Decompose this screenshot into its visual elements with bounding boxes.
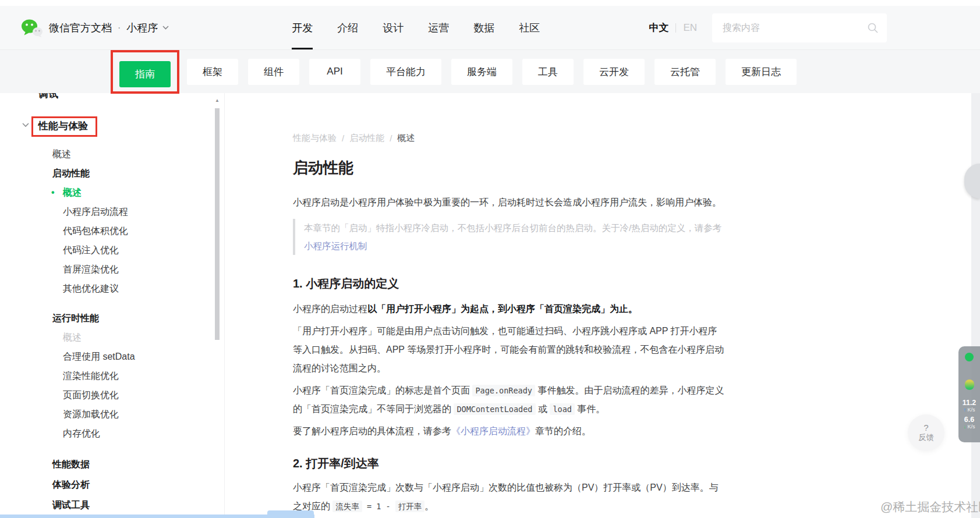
arrow-down-icon: ↓ (963, 424, 966, 430)
lang-zh-button[interactable]: 中文 (649, 21, 668, 34)
sidebar-item-performance-experience[interactable]: 性能与体验 (0, 114, 224, 139)
chevron-down-icon[interactable] (162, 26, 169, 30)
active-bullet: • (51, 183, 55, 202)
sidebar-item-performance-data[interactable]: 性能数据 (0, 455, 224, 474)
annotation-box-performance: 性能与体验 (31, 116, 97, 137)
breadcrumb-separator: / (390, 133, 392, 143)
note-blockquote: 本章节的「启动」特指小程序冷启动，不包括小程序后台切前台的热启动。关于冷/热启动… (293, 219, 725, 255)
top-nav-item-data[interactable]: 数据 (461, 6, 507, 49)
top-nav: 开发 介绍 设计 运营 数据 社区 (280, 6, 552, 49)
subnav-tab-component[interactable]: 组件 (248, 59, 299, 85)
section1-heading: 1. 小程序启动的定义 (293, 276, 725, 292)
sidebar-item-resource-loading[interactable]: 资源加载优化 (0, 405, 224, 424)
status-dot-icon (965, 353, 974, 361)
arrow-up-icon: ↑ (963, 407, 966, 413)
breadcrumb-current: 概述 (397, 133, 415, 144)
main-header: 微信官方文档 · 小程序 开发 介绍 设计 运营 数据 社区 中文 EN (0, 6, 980, 50)
main-layout: 调试 性能与体验 概述 启动性能 • 概述 小程序启动流程 代码包体积优化 代码… (0, 93, 980, 518)
sidebar-item-debug-clipped[interactable]: 调试 (0, 93, 224, 105)
inline-code-open-rate: 打开率 (395, 501, 425, 512)
section2-heading: 2. 打开率/到达率 (293, 456, 725, 471)
sidebar-tree: 调试 性能与体验 概述 启动性能 • 概述 小程序启动流程 代码包体积优化 代码… (0, 93, 224, 515)
network-speed-widget: 11.2 ↑ K/s 6.6 ↓ K/s (958, 346, 980, 442)
bottom-blue-strip-bump (267, 510, 314, 518)
inline-code-page-onready: Page.onReady (472, 385, 535, 396)
sidebar-item-page-switch[interactable]: 页面切换优化 (0, 385, 224, 405)
subnav-tab-guide[interactable]: 指南 (119, 61, 171, 87)
page-scrollbar-track[interactable] (971, 93, 980, 518)
sidebar-item-overview[interactable]: 概述 (0, 144, 224, 164)
chevron-down-icon[interactable] (22, 123, 29, 127)
top-nav-item-operation[interactable]: 运营 (416, 6, 461, 49)
breadcrumb: 性能与体验 / 启动性能 / 概述 (293, 133, 980, 144)
inline-code-domcontentloaded: DOMContentLoaded (454, 403, 535, 415)
sidebar-item-overview-active[interactable]: • 概述 (0, 183, 224, 202)
sidebar-item-first-screen[interactable]: 首屏渲染优化 (0, 260, 224, 279)
intro-paragraph: 小程序启动是小程序用户体验中极为重要的一环，启动耗时过长会造成小程序用户流失，影… (293, 193, 725, 212)
link-startup-flow[interactable]: 《小程序启动流程》 (451, 426, 535, 436)
search-box[interactable] (712, 13, 887, 42)
subnav-tab-api[interactable]: API (309, 59, 360, 85)
sidebar-item-other-suggestions[interactable]: 其他优化建议 (0, 279, 224, 298)
feedback-button[interactable]: ? 反馈 (908, 414, 944, 451)
watermark: @稀土掘金技术社区 (880, 499, 980, 515)
subnav-tab-cloud-hosting[interactable]: 云托管 (654, 59, 716, 85)
inline-code-loss-rate: 流失率 (332, 501, 362, 512)
brand[interactable]: 微信官方文档 · 小程序 (21, 19, 169, 37)
doc-subnav: 指南 框架 组件 API 平台能力 服务端 工具 云开发 云托管 更新日志 (0, 50, 980, 93)
section1-paragraph2: 「用户打开小程序」可能是由用户点击访问触发，也可能通过扫码、小程序跳小程序或 A… (293, 322, 725, 378)
breadcrumb-startup[interactable]: 启动性能 (349, 133, 384, 144)
top-nav-item-develop[interactable]: 开发 (280, 6, 325, 49)
brand-product-selector[interactable]: 小程序 (126, 21, 158, 35)
sidebar-item-runtime-performance[interactable]: 运行时性能 (0, 308, 224, 328)
top-nav-item-intro[interactable]: 介绍 (325, 6, 370, 49)
subnav-tab-server[interactable]: 服务端 (451, 59, 512, 85)
section1-paragraph3: 小程序「首页渲染完成」的标志是首个页面 Page.onReady 事件触发。由于… (293, 381, 725, 418)
sidebar-item-debug-tools[interactable]: 调试工具 (0, 495, 224, 515)
subnav-tab-tools[interactable]: 工具 (522, 59, 574, 85)
sidebar-item-runtime-overview[interactable]: 概述 (0, 328, 224, 347)
wechat-logo-icon (21, 19, 43, 37)
section2-paragraph1: 小程序「首页渲染完成」次数与「小程序启动」次数的比值也被称为（PV）打开率或（P… (293, 478, 725, 516)
subnav-tab-changelog[interactable]: 更新日志 (726, 59, 797, 85)
annotation-box-guide-tab: 指南 (111, 50, 179, 94)
sidebar-item-render-optimization[interactable]: 渲染性能优化 (0, 366, 224, 385)
subnav-tab-framework[interactable]: 框架 (187, 59, 238, 85)
lang-en-button[interactable]: EN (683, 22, 697, 34)
sidebar-scroll-up-arrow[interactable]: ▲ (214, 98, 221, 103)
sidebar-item-package-size[interactable]: 代码包体积优化 (0, 221, 224, 240)
sidebar-item-setdata[interactable]: 合理使用 setData (0, 347, 224, 366)
lang-divider (675, 23, 676, 33)
top-nav-item-design[interactable]: 设计 (370, 6, 416, 49)
sidebar-scrollbar-thumb[interactable] (215, 108, 220, 340)
section1-paragraph4: 要了解小程序启动的具体流程，请参考《小程序启动流程》章节的介绍。 (293, 422, 725, 441)
search-icon[interactable] (867, 22, 879, 34)
top-nav-item-community[interactable]: 社区 (507, 6, 552, 49)
sidebar-item-startup-performance[interactable]: 启动性能 (0, 164, 224, 183)
sidebar-item-experience-analysis[interactable]: 体验分析 (0, 475, 224, 494)
breadcrumb-performance[interactable]: 性能与体验 (293, 133, 337, 144)
breadcrumb-separator: / (342, 133, 344, 143)
search-input[interactable] (723, 23, 867, 33)
shield-gradient-icon (965, 379, 974, 390)
section1-paragraph1: 小程序的启动过程以「用户打开小程序」为起点，到小程序「首页渲染完成」为止。 (293, 300, 725, 318)
question-mark-icon: ? (924, 423, 928, 432)
inline-code-load: load (550, 403, 575, 415)
header-right: 中文 EN (649, 13, 980, 42)
doc-content: 性能与体验 / 启动性能 / 概述 启动性能 小程序启动是小程序用户体验中极为重… (225, 93, 980, 518)
subnav-tab-platform[interactable]: 平台能力 (370, 59, 441, 85)
subnav-tab-cloud-dev[interactable]: 云开发 (583, 59, 645, 85)
brand-title: 微信官方文档 (49, 21, 112, 35)
sidebar-item-startup-flow[interactable]: 小程序启动流程 (0, 202, 224, 221)
window-top-strip (0, 0, 980, 6)
link-runtime-mechanism[interactable]: 小程序运行机制 (304, 241, 367, 251)
download-speed: 11.2 ↑ K/s (963, 399, 977, 413)
sidebar-item-code-injection[interactable]: 代码注入优化 (0, 240, 224, 260)
page-title: 启动性能 (293, 158, 725, 178)
sidebar-item-memory[interactable]: 内存优化 (0, 424, 224, 443)
upload-speed: 6.6 ↓ K/s (963, 416, 975, 430)
sidebar: 调试 性能与体验 概述 启动性能 • 概述 小程序启动流程 代码包体积优化 代码… (0, 93, 225, 518)
brand-separator: · (118, 23, 121, 33)
